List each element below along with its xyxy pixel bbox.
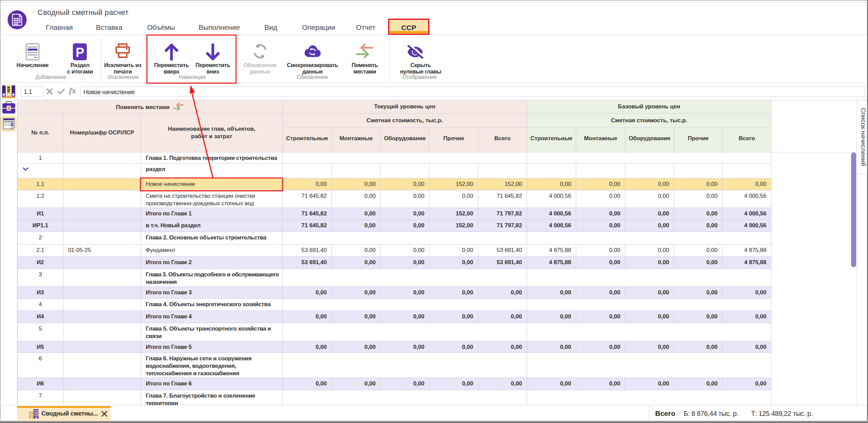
svg-text:P: P [76,45,84,60]
